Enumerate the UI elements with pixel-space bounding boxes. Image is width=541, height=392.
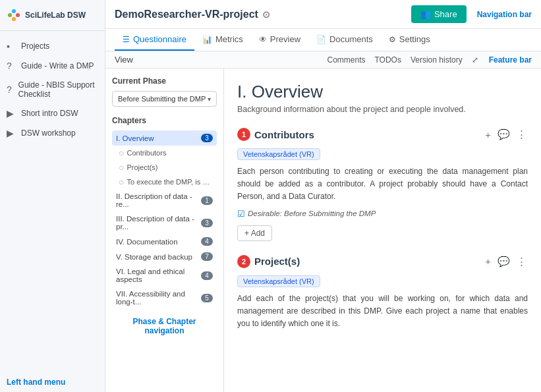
chapter-overview-badge: 3: [201, 134, 213, 142]
svg-point-3: [12, 17, 16, 21]
chapter-sub-projects[interactable]: ○ Project(s): [112, 160, 217, 175]
current-phase-label: Current Phase: [112, 76, 217, 86]
tab-settings[interactable]: ⚙ Settings: [381, 29, 438, 51]
short-intro-icon: ▶: [7, 108, 17, 119]
sub-bullet-icon: ○: [119, 162, 124, 173]
check-icon: ☑: [237, 209, 245, 219]
sidebar-item-dsw-workshop-label: DSW workshop: [21, 128, 76, 138]
chapter-item-overview[interactable]: I. Overview 3: [112, 130, 217, 146]
phase-dropdown[interactable]: Before Submitting the DMP ▾: [112, 91, 217, 107]
settings-tab-icon: ⚙: [389, 35, 396, 44]
section-contributors-header: 1 Contributors + 💬 ⋮: [237, 127, 528, 142]
sidebar-item-guide-dmp-label: Guide - Write a DMP: [21, 61, 94, 70]
section-projects: 2 Project(s) + 💬 ⋮ Vetenskapsrådet (VR) …: [237, 254, 528, 331]
tab-preview[interactable]: 👁 Preview: [251, 29, 308, 51]
verified-icon: ⊙: [262, 9, 270, 20]
scilife-logo-icon: [7, 8, 21, 22]
add-btn-label: + Add: [244, 229, 265, 238]
project-title-text: DemoResearcher-VR-project: [115, 9, 258, 20]
projects-icon: ▪: [7, 41, 17, 51]
content-area: Current Phase Before Submitting the DMP …: [105, 69, 541, 392]
sidebar-item-projects[interactable]: ▪ Projects: [0, 36, 105, 56]
sub-bullet-icon: ○: [119, 148, 124, 158]
main-area: DemoResearcher-VR-project ⊙ 👥 Share Navi…: [105, 0, 541, 392]
chapter-item-data-pr[interactable]: III. Description of data - pr... 3: [112, 211, 217, 234]
projects-add-action-btn[interactable]: +: [484, 254, 492, 268]
comments-button[interactable]: Comments: [327, 55, 365, 65]
chapter-item-storage[interactable]: V. Storage and backup 7: [112, 249, 217, 264]
share-label: Share: [434, 9, 457, 19]
view-label[interactable]: View: [115, 55, 133, 65]
sidebar-header: SciLifeLab DSW: [0, 0, 105, 31]
preview-tab-icon: 👁: [259, 35, 267, 44]
share-icon: 👥: [420, 9, 431, 19]
expand-icon[interactable]: ⤢: [472, 55, 478, 65]
contributors-add-button[interactable]: + Add: [237, 225, 272, 241]
phase-value: Before Submitting the DMP: [118, 95, 208, 103]
chapter-item-accessibility[interactable]: VII. Accessibility and long-t... 5: [112, 287, 217, 309]
chapter-documentation-badge: 4: [201, 237, 213, 246]
sidebar-item-dsw-workshop[interactable]: ▶ DSW workshop: [0, 123, 105, 143]
desirable-label: Desirable: Before Submitting the DMP: [248, 210, 376, 217]
chapter-item-data-re[interactable]: II. Description of data - re... 1: [112, 189, 217, 211]
projects-section-actions: + 💬 ⋮: [484, 254, 528, 269]
chapter-storage-label: V. Storage and backup: [116, 253, 192, 261]
tab-settings-label: Settings: [399, 34, 430, 44]
tab-metrics[interactable]: 📊 Metrics: [194, 29, 251, 51]
share-button[interactable]: 👥 Share: [411, 5, 467, 23]
sidebar-annotation: Left hand menu: [0, 372, 105, 392]
chapter-data-re-label: II. Description of data - re...: [116, 192, 201, 208]
document-panel: I. Overview Background information about…: [224, 69, 541, 392]
projects-text: Add each of the project(s) that you will…: [237, 293, 528, 331]
contributors-section-title: Contributors: [254, 129, 314, 140]
tab-documents-label: Documents: [329, 34, 373, 44]
sidebar-item-short-intro-label: Short intro DSW: [21, 109, 78, 118]
section-projects-header-left: 2 Project(s): [237, 255, 300, 268]
sidebar-item-guide-dmp[interactable]: ? Guide - Write a DMP: [0, 56, 105, 76]
chapter-sub-contributors[interactable]: ○ Contributors: [112, 146, 217, 160]
tab-preview-label: Preview: [270, 34, 300, 44]
contributors-tag: Vetenskapsrådet (VR): [237, 148, 320, 160]
left-sidebar: SciLifeLab DSW ▪ Projects ? Guide - Writ…: [0, 0, 105, 392]
projects-tag: Vetenskapsrådet (VR): [237, 275, 320, 287]
tabs-bar: ☰ Questionnaire 📊 Metrics 👁 Preview 📄 Do…: [105, 29, 541, 51]
contributors-comment-action-btn[interactable]: 💬: [496, 127, 511, 142]
section-contributors: 1 Contributors + 💬 ⋮ Vetenskapsrådet (VR…: [237, 127, 528, 241]
navbar-annotation: Navigation bar: [477, 10, 532, 19]
guide-dmp-icon: ?: [7, 61, 17, 71]
version-history-button[interactable]: Version history: [411, 55, 463, 65]
svg-point-2: [16, 13, 20, 17]
chapter-accessibility-badge: 5: [201, 294, 213, 302]
contributors-add-action-btn[interactable]: +: [484, 128, 492, 142]
metrics-tab-icon: 📊: [202, 35, 212, 44]
chapter-item-documentation[interactable]: IV. Documentation 4: [112, 234, 217, 249]
feature-bar-annotation: Feature bar: [489, 55, 532, 65]
chapter-data-pr-badge: 3: [201, 219, 213, 227]
questionnaire-tab-icon: ☰: [123, 35, 130, 44]
projects-section-title: Project(s): [254, 256, 300, 267]
contributors-text: Each person contributing to creating or …: [237, 165, 528, 204]
feature-bar-actions: Comments TODOs Version history ⤢: [327, 55, 478, 65]
sidebar-item-guide-nbis[interactable]: ? Guide - NBIS Support Checklist: [0, 76, 105, 103]
sub-bullet-icon: ○: [119, 177, 124, 187]
chapter-data-pr-label: III. Description of data - pr...: [116, 215, 201, 231]
documents-tab-icon: 📄: [316, 35, 326, 44]
chapter-sub-projects-label: Project(s): [127, 163, 157, 171]
dsw-workshop-icon: ▶: [7, 128, 17, 138]
chapter-sub-execute[interactable]: ○ To execute the DMP, is addition...: [112, 175, 217, 189]
svg-point-0: [8, 13, 12, 17]
sidebar-item-guide-nbis-label: Guide - NBIS Support Checklist: [18, 80, 98, 99]
tab-documents[interactable]: 📄 Documents: [308, 29, 381, 51]
guide-nbis-icon: ?: [7, 84, 14, 95]
tab-questionnaire-label: Questionnaire: [133, 34, 186, 44]
tab-questionnaire[interactable]: ☰ Questionnaire: [115, 29, 194, 51]
projects-comment-action-btn[interactable]: 💬: [496, 254, 511, 269]
sidebar-nav: ▪ Projects ? Guide - Write a DMP ? Guide…: [0, 31, 105, 372]
projects-more-action-btn[interactable]: ⋮: [515, 254, 528, 269]
sidebar-item-projects-label: Projects: [21, 42, 49, 51]
contributors-more-action-btn[interactable]: ⋮: [515, 127, 528, 142]
sidebar-item-short-intro[interactable]: ▶ Short intro DSW: [0, 103, 105, 123]
todos-button[interactable]: TODOs: [374, 55, 401, 65]
chapter-item-legal[interactable]: VI. Legal and ethical aspects 4: [112, 264, 217, 287]
feature-bar: View Comments TODOs Version history ⤢ Fe…: [105, 51, 541, 69]
